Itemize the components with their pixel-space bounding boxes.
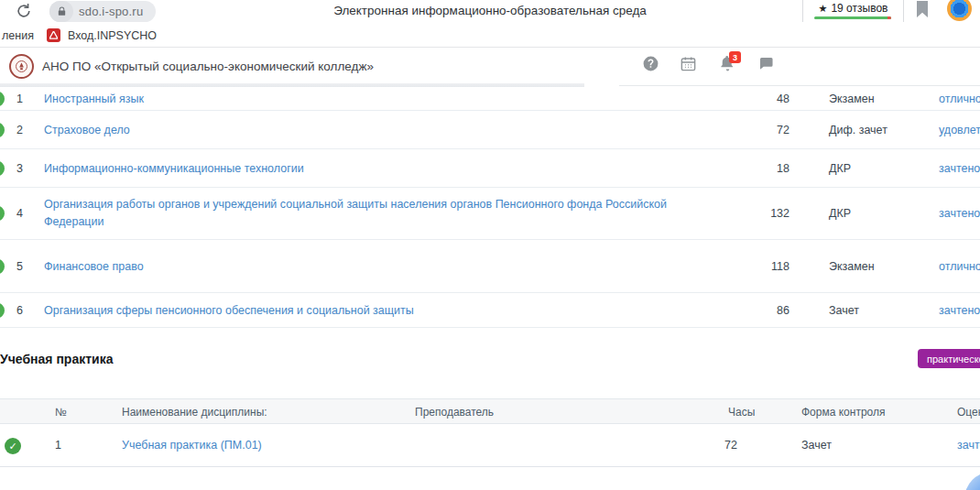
discipline-link[interactable]: Страховое дело xyxy=(44,121,667,138)
help-icon[interactable] xyxy=(642,55,659,72)
status-circle-icon xyxy=(0,122,5,137)
hours-value: 72 xyxy=(749,124,789,136)
grade-link[interactable]: зачтено xyxy=(939,162,980,175)
site-header: АНО ПО «Открытый социально-экономический… xyxy=(0,49,980,83)
col-header-grade: Оцен xyxy=(957,406,980,419)
bookmark-item-vhod[interactable]: Вход.INPSYCHO xyxy=(68,29,157,42)
hours-value: 18 xyxy=(749,162,789,175)
row-number: 5 xyxy=(16,260,37,273)
refresh-icon[interactable] xyxy=(15,2,33,20)
grade-link[interactable]: зачте xyxy=(957,439,980,452)
table-row: 5 Финансовое право 118 Экзамен отлично xyxy=(0,240,980,293)
table-row: 2 Страховое дело 72 Диф. зачет удовлетв xyxy=(0,111,980,149)
col-header-hours: Часы xyxy=(728,406,755,419)
bookmarks-bar: ления Вход.INPSYCHO xyxy=(0,25,980,48)
row-number: 2 xyxy=(16,124,37,136)
hours-value: 86 xyxy=(749,304,789,317)
header-divider-right xyxy=(619,85,980,86)
practice-table-row: ✓ 1 Учебная практика (ПМ.01) 72 Зачет за… xyxy=(0,424,980,467)
hours-value: 72 xyxy=(724,439,737,452)
table-row: 3 Информационно-коммуникационные техноло… xyxy=(0,149,980,188)
control-form: Экзамен xyxy=(829,260,931,273)
table-row: 6 Организация сферы пенсионного обеспече… xyxy=(0,293,980,328)
status-circle-icon xyxy=(0,302,5,318)
profile-avatar[interactable] xyxy=(947,0,972,21)
page-root: sdo.i-spo.ru Электронная информационно-о… xyxy=(0,0,980,490)
hours-value: 132 xyxy=(749,207,789,220)
col-header-teacher: Преподаватель xyxy=(415,406,494,419)
control-form: Зачет xyxy=(829,304,931,317)
discipline-link[interactable]: Финансовое право xyxy=(44,257,667,275)
practice-badge: практическое xyxy=(918,349,980,368)
grade-link[interactable]: отлично xyxy=(939,260,980,273)
row-number: 1 xyxy=(55,439,61,452)
row-number: 6 xyxy=(16,304,37,317)
row-number: 4 xyxy=(16,207,37,220)
control-form: ДКР xyxy=(829,207,931,220)
col-header-name: Наименование дисциплины: xyxy=(122,406,267,419)
college-name: АНО ПО «Открытый социально-экономический… xyxy=(42,60,374,73)
reviews-underline xyxy=(814,16,891,19)
status-circle-icon xyxy=(0,91,5,106)
bookmark-favicon-icon[interactable] xyxy=(47,28,60,42)
lock-icon[interactable] xyxy=(49,1,73,22)
browser-chrome: sdo.i-spo.ru Электронная информационно-о… xyxy=(0,0,980,25)
college-logo-icon[interactable] xyxy=(9,54,34,79)
grade-link[interactable]: отлично xyxy=(939,93,980,105)
status-circle-icon xyxy=(0,206,5,222)
practice-link[interactable]: Учебная практика (ПМ.01) xyxy=(122,439,262,452)
hours-value: 118 xyxy=(749,260,789,273)
grade-link[interactable]: удовлетв xyxy=(939,124,980,136)
control-form: ДКР xyxy=(829,162,931,175)
address-bar[interactable]: sdo.i-spo.ru xyxy=(49,1,156,22)
control-form: Зачет xyxy=(801,439,832,452)
discipline-link[interactable]: Организация работы органов и учреждений … xyxy=(44,196,667,231)
floating-action-button[interactable] xyxy=(964,472,980,490)
table-row: 4 Организация работы органов и учреждени… xyxy=(0,188,980,240)
grade-link[interactable]: зачтено xyxy=(939,304,980,317)
control-form: Экзамен xyxy=(829,93,931,105)
reviews-label: 19 отзывов xyxy=(831,2,887,15)
discipline-link[interactable]: Организация сферы пенсионного обеспечени… xyxy=(44,301,667,319)
row-number: 1 xyxy=(16,93,37,105)
row-number: 3 xyxy=(16,162,37,175)
discipline-link[interactable]: Иностранный язык xyxy=(44,90,667,107)
check-circle-icon: ✓ xyxy=(5,438,21,454)
bookmark-item-partial[interactable]: ления xyxy=(2,29,34,42)
url-text: sdo.i-spo.ru xyxy=(79,5,143,18)
notification-badge: 3 xyxy=(729,51,741,63)
section-title: Учебная практика xyxy=(0,352,113,366)
grade-link[interactable]: зачтено xyxy=(939,207,980,220)
chat-icon[interactable] xyxy=(757,55,775,72)
discipline-link[interactable]: Информационно-коммуникационные технологи… xyxy=(44,159,667,177)
hours-value: 48 xyxy=(749,93,789,105)
practice-table-header: № Наименование дисциплины: Преподаватель… xyxy=(0,398,980,424)
status-circle-icon xyxy=(0,258,5,274)
control-form: Диф. зачет xyxy=(829,124,931,136)
bookmark-icon[interactable] xyxy=(916,1,929,17)
status-circle-icon xyxy=(0,160,5,176)
col-header-num: № xyxy=(55,406,67,419)
notifications-bell-icon[interactable]: 3 xyxy=(719,55,736,72)
star-icon: ★ xyxy=(819,3,828,14)
table-row: 1 Иностранный язык 48 Экзамен отлично xyxy=(0,87,980,111)
calendar-icon[interactable] xyxy=(680,55,697,72)
reviews-button[interactable]: ★19 отзывов xyxy=(802,0,904,22)
col-header-control: Форма контроля xyxy=(801,406,886,419)
